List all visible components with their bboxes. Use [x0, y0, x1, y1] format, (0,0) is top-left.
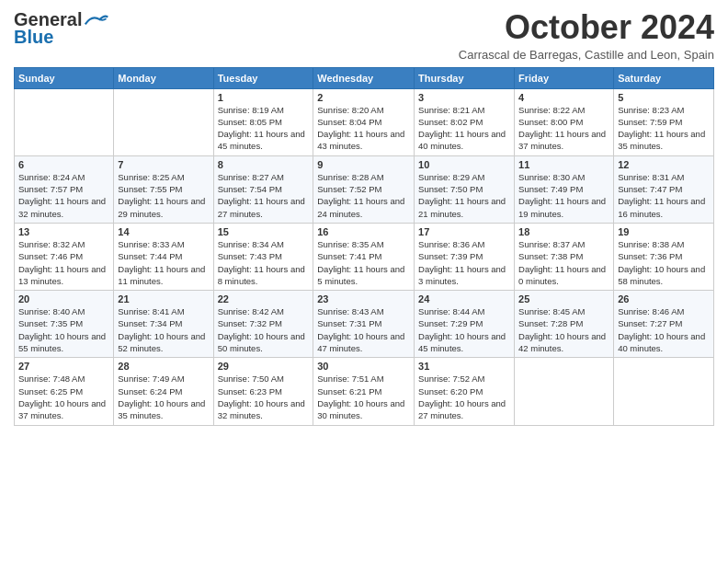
day-header-friday: Friday	[515, 67, 614, 88]
day-number: 20	[18, 293, 109, 304]
day-info: Sunrise: 8:44 AM Sunset: 7:29 PM Dayligh…	[418, 305, 510, 354]
day-info: Sunrise: 8:20 AM Sunset: 8:04 PM Dayligh…	[317, 104, 410, 153]
calendar-week-row: 6Sunrise: 8:24 AM Sunset: 7:57 PM Daylig…	[15, 155, 714, 223]
day-info: Sunrise: 8:28 AM Sunset: 7:52 PM Dayligh…	[317, 171, 410, 220]
day-info: Sunrise: 8:38 AM Sunset: 7:36 PM Dayligh…	[618, 238, 710, 287]
day-info: Sunrise: 8:37 AM Sunset: 7:38 PM Dayligh…	[518, 238, 609, 287]
day-info: Sunrise: 7:52 AM Sunset: 6:20 PM Dayligh…	[418, 373, 510, 421]
calendar-cell: 7Sunrise: 8:25 AM Sunset: 7:55 PM Daylig…	[114, 155, 213, 223]
day-number: 27	[18, 361, 109, 372]
header: General Blue October 2024 Carrascal de B…	[14, 9, 714, 62]
calendar-cell: 29Sunrise: 7:50 AM Sunset: 6:23 PM Dayli…	[213, 358, 313, 425]
day-number: 31	[418, 361, 510, 372]
calendar-cell	[15, 88, 114, 155]
day-header-sunday: Sunday	[15, 67, 114, 88]
calendar-cell: 31Sunrise: 7:52 AM Sunset: 6:20 PM Dayli…	[415, 358, 515, 425]
calendar-cell: 12Sunrise: 8:31 AM Sunset: 7:47 PM Dayli…	[614, 155, 714, 223]
day-number: 11	[518, 159, 609, 170]
calendar-cell: 13Sunrise: 8:32 AM Sunset: 7:46 PM Dayli…	[15, 223, 114, 290]
day-number: 28	[118, 361, 209, 372]
title-section: October 2024 Carrascal de Barregas, Cast…	[459, 9, 714, 62]
calendar-cell	[515, 358, 614, 425]
calendar-cell: 9Sunrise: 8:28 AM Sunset: 7:52 PM Daylig…	[313, 155, 415, 223]
day-info: Sunrise: 8:32 AM Sunset: 7:46 PM Dayligh…	[18, 238, 109, 287]
day-number: 29	[218, 361, 310, 372]
day-number: 18	[518, 226, 609, 237]
day-info: Sunrise: 8:22 AM Sunset: 8:00 PM Dayligh…	[518, 104, 609, 153]
calendar-header-row: SundayMondayTuesdayWednesdayThursdayFrid…	[15, 67, 714, 88]
calendar-cell: 5Sunrise: 8:23 AM Sunset: 7:59 PM Daylig…	[614, 88, 714, 155]
calendar-cell: 22Sunrise: 8:42 AM Sunset: 7:32 PM Dayli…	[213, 291, 313, 358]
calendar-cell: 23Sunrise: 8:43 AM Sunset: 7:31 PM Dayli…	[313, 291, 415, 358]
day-number: 24	[418, 293, 510, 304]
day-number: 15	[218, 226, 310, 237]
day-number: 13	[18, 226, 109, 237]
day-info: Sunrise: 8:31 AM Sunset: 7:47 PM Dayligh…	[618, 171, 710, 220]
day-number: 16	[317, 226, 410, 237]
calendar-cell: 17Sunrise: 8:36 AM Sunset: 7:39 PM Dayli…	[415, 223, 515, 290]
day-number: 17	[418, 226, 510, 237]
calendar-cell: 6Sunrise: 8:24 AM Sunset: 7:57 PM Daylig…	[15, 155, 114, 223]
day-info: Sunrise: 7:48 AM Sunset: 6:25 PM Dayligh…	[18, 373, 109, 421]
day-number: 14	[118, 226, 209, 237]
subtitle: Carrascal de Barregas, Castille and Leon…	[459, 48, 714, 62]
calendar-cell: 15Sunrise: 8:34 AM Sunset: 7:43 PM Dayli…	[213, 223, 313, 290]
day-number: 2	[317, 92, 410, 103]
calendar-cell	[614, 358, 714, 425]
day-number: 6	[18, 159, 109, 170]
day-info: Sunrise: 8:46 AM Sunset: 7:27 PM Dayligh…	[618, 305, 710, 354]
day-number: 5	[618, 92, 710, 103]
calendar-cell: 14Sunrise: 8:33 AM Sunset: 7:44 PM Dayli…	[114, 223, 213, 290]
day-header-thursday: Thursday	[415, 67, 515, 88]
day-info: Sunrise: 8:27 AM Sunset: 7:54 PM Dayligh…	[218, 171, 310, 220]
day-number: 4	[518, 92, 609, 103]
day-info: Sunrise: 7:50 AM Sunset: 6:23 PM Dayligh…	[218, 373, 310, 421]
day-info: Sunrise: 8:34 AM Sunset: 7:43 PM Dayligh…	[218, 238, 310, 287]
day-info: Sunrise: 8:45 AM Sunset: 7:28 PM Dayligh…	[518, 305, 609, 354]
day-number: 30	[317, 361, 410, 372]
calendar-cell: 19Sunrise: 8:38 AM Sunset: 7:36 PM Dayli…	[614, 223, 714, 290]
day-info: Sunrise: 8:33 AM Sunset: 7:44 PM Dayligh…	[118, 238, 209, 287]
day-header-saturday: Saturday	[614, 67, 714, 88]
calendar-cell: 21Sunrise: 8:41 AM Sunset: 7:34 PM Dayli…	[114, 291, 213, 358]
page: General Blue October 2024 Carrascal de B…	[0, 0, 728, 563]
day-number: 8	[218, 159, 310, 170]
day-info: Sunrise: 8:24 AM Sunset: 7:57 PM Dayligh…	[18, 171, 109, 220]
calendar-cell: 27Sunrise: 7:48 AM Sunset: 6:25 PM Dayli…	[15, 358, 114, 425]
calendar-cell: 28Sunrise: 7:49 AM Sunset: 6:24 PM Dayli…	[114, 358, 213, 425]
calendar-cell: 25Sunrise: 8:45 AM Sunset: 7:28 PM Dayli…	[515, 291, 614, 358]
day-number: 22	[218, 293, 310, 304]
calendar-cell	[114, 88, 213, 155]
day-number: 19	[618, 226, 710, 237]
day-number: 7	[118, 159, 209, 170]
logo: General Blue	[14, 9, 109, 48]
calendar-week-row: 27Sunrise: 7:48 AM Sunset: 6:25 PM Dayli…	[15, 358, 714, 425]
day-number: 26	[618, 293, 710, 304]
day-number: 25	[518, 293, 609, 304]
calendar-table: SundayMondayTuesdayWednesdayThursdayFrid…	[14, 67, 714, 426]
calendar-cell: 3Sunrise: 8:21 AM Sunset: 8:02 PM Daylig…	[415, 88, 515, 155]
day-info: Sunrise: 8:43 AM Sunset: 7:31 PM Dayligh…	[317, 305, 410, 354]
day-info: Sunrise: 8:40 AM Sunset: 7:35 PM Dayligh…	[18, 305, 109, 354]
day-number: 21	[118, 293, 209, 304]
day-info: Sunrise: 8:30 AM Sunset: 7:49 PM Dayligh…	[518, 171, 609, 220]
calendar-cell: 10Sunrise: 8:29 AM Sunset: 7:50 PM Dayli…	[415, 155, 515, 223]
calendar-week-row: 13Sunrise: 8:32 AM Sunset: 7:46 PM Dayli…	[15, 223, 714, 290]
calendar-cell: 20Sunrise: 8:40 AM Sunset: 7:35 PM Dayli…	[15, 291, 114, 358]
day-info: Sunrise: 8:42 AM Sunset: 7:32 PM Dayligh…	[218, 305, 310, 354]
day-info: Sunrise: 8:25 AM Sunset: 7:55 PM Dayligh…	[118, 171, 209, 220]
calendar-cell: 1Sunrise: 8:19 AM Sunset: 8:05 PM Daylig…	[213, 88, 313, 155]
day-info: Sunrise: 8:21 AM Sunset: 8:02 PM Dayligh…	[418, 104, 510, 153]
calendar-cell: 18Sunrise: 8:37 AM Sunset: 7:38 PM Dayli…	[515, 223, 614, 290]
day-info: Sunrise: 8:23 AM Sunset: 7:59 PM Dayligh…	[618, 104, 710, 153]
calendar-cell: 26Sunrise: 8:46 AM Sunset: 7:27 PM Dayli…	[614, 291, 714, 358]
calendar-cell: 16Sunrise: 8:35 AM Sunset: 7:41 PM Dayli…	[313, 223, 415, 290]
day-number: 10	[418, 159, 510, 170]
calendar-week-row: 20Sunrise: 8:40 AM Sunset: 7:35 PM Dayli…	[15, 291, 714, 358]
day-info: Sunrise: 8:36 AM Sunset: 7:39 PM Dayligh…	[418, 238, 510, 287]
day-number: 12	[618, 159, 710, 170]
day-info: Sunrise: 8:29 AM Sunset: 7:50 PM Dayligh…	[418, 171, 510, 220]
day-info: Sunrise: 7:49 AM Sunset: 6:24 PM Dayligh…	[118, 373, 209, 421]
day-header-monday: Monday	[114, 67, 213, 88]
month-title: October 2024	[459, 9, 714, 46]
